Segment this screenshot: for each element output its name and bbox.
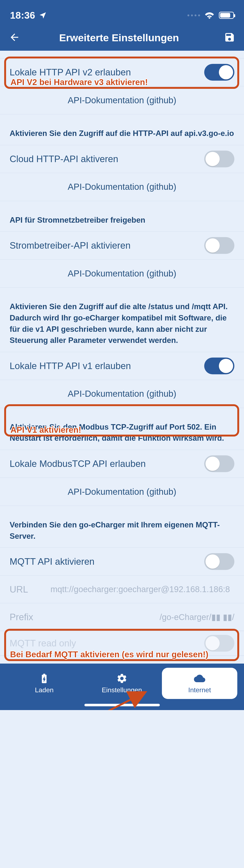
row-modbus[interactable]: Lokale ModbusTCP API erlauben	[0, 450, 244, 478]
row-label: Lokale ModbusTCP API erlauben	[10, 459, 146, 469]
tab-label: Einstellungen	[102, 686, 142, 694]
row-api-v1[interactable]: Lokale HTTP API v1 erlauben	[0, 352, 244, 380]
home-indicator	[0, 703, 244, 710]
row-mqtt-url[interactable]: URL mqtt://goecharger:goecharger@192.168…	[0, 576, 244, 603]
tab-bar: Laden Einstellungen Internet	[0, 663, 244, 703]
toggle-api-v1[interactable]	[204, 358, 234, 374]
row-mqtt-prefix[interactable]: Prefix /go-eCharger/▮▮ ▮▮/	[0, 603, 244, 631]
section-note-gridop: API für Stromnetzbetreiber freigeben	[0, 201, 244, 232]
battery-icon	[219, 12, 234, 19]
row-label: Cloud HTTP-API aktiveren	[10, 154, 118, 164]
tab-einstellungen[interactable]: Einstellungen	[83, 673, 161, 694]
row-gridop-api[interactable]: Strombetreiber-API aktivieren	[0, 231, 244, 259]
page-title: Erweiterte Einstellungen	[21, 32, 217, 43]
toggle-modbus[interactable]	[204, 455, 234, 472]
tab-label: Laden	[35, 686, 54, 694]
toggle-mqtt-readonly[interactable]	[204, 635, 234, 652]
toggle-gridop-api[interactable]	[204, 237, 234, 254]
row-label: Strombetreiber-API aktivieren	[10, 240, 130, 251]
row-api-v2[interactable]: Lokale HTTP API v2 erlauben	[0, 58, 244, 86]
row-mqtt-readonly[interactable]: MQTT read only	[0, 631, 244, 656]
toggle-api-v2[interactable]	[204, 64, 234, 81]
row-label: MQTT API aktivieren	[10, 556, 94, 567]
section-note-cloud: Aktivieren Sie den Zugriff auf die HTTP-…	[0, 114, 244, 145]
section-note-apiv1: Aktivieren Sie den Zugriff auf die alte …	[0, 287, 244, 352]
section-note-mqtt: Verbinden Sie den go-eCharger mit Ihrem …	[0, 506, 244, 548]
doc-link-apiv1[interactable]: API-Dokumentation (github)	[0, 380, 244, 408]
section-note-modbus: Aktivieren Sie den Modbus TCP-Zugriff au…	[0, 408, 244, 450]
field-key: Prefix	[10, 612, 42, 622]
row-label: Lokale HTTP API v2 erlauben	[10, 67, 131, 78]
page-dots	[187, 14, 200, 16]
doc-link-api-v2[interactable]: API-Dokumentation (github)	[0, 86, 244, 114]
location-icon	[39, 11, 47, 19]
row-label: MQTT read only	[10, 638, 76, 649]
tab-internet[interactable]: Internet	[162, 668, 237, 699]
doc-link-modbus[interactable]: API-Dokumentation (github)	[0, 478, 244, 506]
field-key: URL	[10, 584, 42, 595]
tab-laden[interactable]: Laden	[5, 673, 83, 694]
wifi-icon	[205, 11, 214, 19]
doc-link-cloud[interactable]: API-Dokumentation (github)	[0, 173, 244, 201]
save-button[interactable]	[224, 32, 235, 44]
back-button[interactable]	[9, 32, 20, 44]
toggle-mqtt[interactable]	[204, 553, 234, 570]
row-label: Lokale HTTP API v1 erlauben	[10, 361, 131, 371]
doc-link-gridop[interactable]: API-Dokumentation (github)	[0, 259, 244, 287]
row-mqtt[interactable]: MQTT API aktivieren	[0, 548, 244, 576]
tab-label: Internet	[188, 686, 211, 694]
field-value: mqtt://goecharger:goecharger@192.168.1.1…	[51, 585, 234, 594]
app-header: Erweiterte Einstellungen	[0, 25, 244, 51]
status-bar: 18:36	[0, 0, 244, 25]
status-time: 18:36	[10, 10, 35, 21]
field-value: /go-eCharger/▮▮ ▮▮/	[51, 612, 234, 622]
row-cloud-api[interactable]: Cloud HTTP-API aktiveren	[0, 145, 244, 173]
toggle-cloud-api[interactable]	[204, 151, 234, 167]
